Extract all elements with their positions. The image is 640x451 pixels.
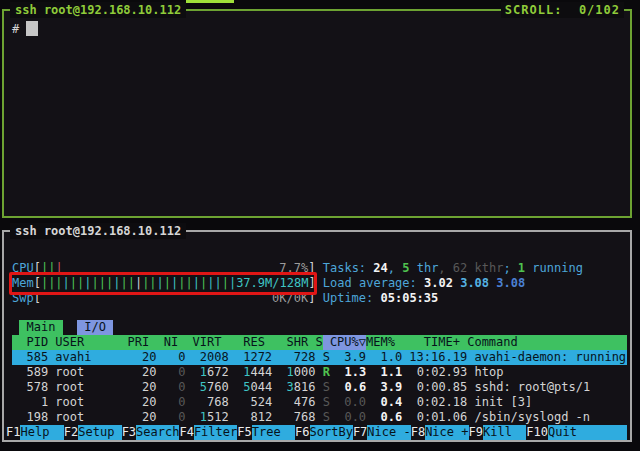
column-headers[interactable]: MEM% TIME+ Command [366,335,518,350]
text-segment: 3.9 [373,380,402,395]
text-segment: 5 [200,380,207,395]
text-segment: ] [308,261,315,276]
text-segment [366,380,373,395]
text-segment: 0:01.06 [409,410,467,425]
process-row-1: 1 root 20 0 768 524 476 S 0.0 0.4 0:02.1… [12,395,627,410]
fkey-bar-filler [591,425,627,440]
terminal-cursor [26,21,38,36]
text-segment: | [55,261,62,276]
terminal-pane-top[interactable]: ssh root@192.168.10.112 SCROLL: 0/102 # [2,9,632,218]
text-segment [229,365,243,380]
text-segment [63,261,280,276]
text-segment: S [323,410,330,425]
text-segment: 1 [200,410,207,425]
shell-prompt: # [12,22,19,37]
text-segment: 24 [373,261,387,276]
text-segment: 812 768 [229,410,316,425]
text-segment: 5 [402,261,409,276]
text-segment: 816 [294,380,316,395]
text-segment: thr [409,261,438,276]
pane-title-top: ssh root@192.168.10.112 [10,2,186,18]
text-segment [366,410,373,425]
fkey-f6[interactable]: F6 [295,425,309,440]
process-row-585: 585 avahi 20 0 2008 1272 728 S 3.9 1.0 1… [12,350,627,365]
text-segment: 0.6 [330,380,366,395]
text-segment [272,380,286,395]
scroll-value: 0/102 [579,3,620,17]
text-segment: 05:05:35 [381,291,439,306]
fkey-action-tree[interactable]: Tree [252,425,295,440]
fkey-f8[interactable]: F8 [411,425,425,440]
tab-main[interactable]: Main [19,320,62,335]
fkey-f2[interactable]: F2 [64,425,78,440]
fkey-f4[interactable]: F4 [179,425,193,440]
text-segment [316,261,323,276]
text-segment: ; [503,261,517,276]
terminal-pane-bottom[interactable]: ssh root@192.168.10.112 CPU[||| 7.7%] Ta… [2,230,632,442]
top-edge-green-segment [186,0,234,3]
fkey-action-quit[interactable]: Quit [548,425,591,440]
fkey-action-sortby[interactable]: SortBy [310,425,353,440]
text-segment: 512 [207,410,229,425]
fkey-f9[interactable]: F9 [469,425,483,440]
text-segment: 5 [243,380,250,395]
prompt-symbol: # [12,22,19,36]
text-segment: , [388,261,402,276]
text-segment: 0:02.93 [410,365,468,380]
text-segment: 3.02 [424,276,453,291]
text-segment [315,291,322,306]
fkey-f1[interactable]: F1 [6,425,20,440]
fkey-f3[interactable]: F3 [122,425,136,440]
selected-process[interactable]: 585 avahi 20 0 2008 1272 728 S 3.9 1.0 1… [12,350,626,365]
text-segment: [ [34,291,41,306]
fkey-action-nice-plus[interactable]: Nice + [425,425,468,440]
fkey-f7[interactable]: F7 [353,425,367,440]
text-segment [489,276,496,291]
text-segment: || [178,276,192,291]
text-segment: 3 [287,380,294,395]
text-segment: | [200,276,207,291]
text-segment: ] [308,291,315,306]
scroll-label: SCROLL: [505,3,563,17]
process-row-589: 589 root 20 0 1672 1444 1000 R 1.3 1.1 0… [12,365,627,380]
text-segment: 0.6 [373,410,402,425]
text-segment [41,291,272,306]
text-segment: || [207,276,221,291]
text-segment [315,410,322,425]
pane-title-text: ssh root@192.168.10.112 [15,3,181,17]
fkey-action-help[interactable]: Help [20,425,63,440]
text-segment [366,395,373,410]
text-segment: Tasks: [323,261,374,276]
text-segment: 3.08 [496,276,525,291]
text-segment: 1 [518,261,525,276]
text-segment: || [120,276,134,291]
text-segment: 37.9M/128M [236,276,308,291]
fkey-action-setup[interactable]: Setup [78,425,121,440]
text-segment [316,365,323,380]
process-row-198: 198 root 20 0 1512 812 768 S 0.0 0.6 0:0… [12,410,627,425]
text-segment: | [157,276,164,291]
column-headers[interactable]: PID USER PRI NI VIRT RES SHR S [12,335,323,350]
text-segment: 0 [157,380,186,395]
fkey-action-nice-minus[interactable]: Nice - [367,425,410,440]
fkey-f10[interactable]: F10 [526,425,548,440]
text-segment: 1.1 [373,365,402,380]
text-segment: 1 [200,365,207,380]
text-segment: | [193,276,200,291]
fkey-action-kill[interactable]: Kill [483,425,526,440]
text-segment: | [84,276,91,291]
text-segment [185,410,199,425]
fkey-action-filter[interactable]: Filter [194,425,237,440]
text-segment: 0.0 [330,410,366,425]
text-segment: Swp [12,291,34,306]
fkey-action-search[interactable]: Search [136,425,179,440]
text-segment: S [323,380,330,395]
tab-io[interactable]: I/O [77,320,113,335]
text-segment [316,380,323,395]
text-segment: 7.7% [279,261,308,276]
text-segment: || [142,276,156,291]
text-segment: || [41,261,55,276]
sort-column-cpu[interactable]: CPU%▽ [323,335,366,350]
text-segment: 1 root 20 [12,395,157,410]
fkey-f5[interactable]: F5 [237,425,251,440]
